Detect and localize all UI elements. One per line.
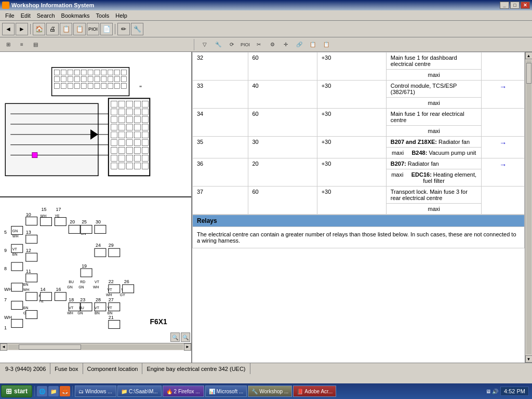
- status-location: Engine bay electrical centre 342 (UEC): [142, 363, 250, 374]
- scroll-up-btn[interactable]: ▲: [525, 52, 533, 59]
- taskbar-acrobat-btn[interactable]: 📕 Adobe Acr...: [293, 385, 336, 397]
- taskbar-firefox-btn[interactable]: 🔥 2 Firefox ...: [163, 385, 204, 397]
- svg-text:VT: VT: [12, 247, 18, 251]
- svg-text:1: 1: [4, 325, 7, 330]
- menu-file[interactable]: File: [2, 11, 18, 20]
- fuse-type: maxi: [386, 126, 482, 137]
- clock: 4:52 PM: [500, 387, 529, 396]
- taskbar-firefox-icon[interactable]: 🦊: [60, 386, 70, 396]
- close-button[interactable]: ✕: [521, 2, 530, 9]
- clip2-btn[interactable]: 📋: [320, 39, 332, 50]
- scroll-right-btn[interactable]: ►: [184, 343, 191, 351]
- relays-header: Relays: [192, 215, 525, 227]
- v-scroll-track[interactable]: [526, 60, 531, 354]
- svg-rect-104: [11, 319, 23, 327]
- h-scrollbar[interactable]: ◄ ►: [0, 343, 191, 350]
- table-row: 32 60 +30 Main fuse 1 for dashboard elec…: [193, 52, 525, 70]
- svg-text:WH: WH: [106, 293, 112, 297]
- maximize-button[interactable]: □: [510, 2, 520, 9]
- separator1: [30, 24, 31, 34]
- svg-text:21: 21: [109, 315, 114, 320]
- tray-volume-icon: 🔊: [492, 389, 498, 394]
- taskbar-workshop-btn[interactable]: 🔧 Workshop ...: [248, 385, 292, 397]
- minimize-button[interactable]: _: [500, 2, 509, 9]
- fuse-number: 36: [193, 158, 248, 187]
- refresh-btn[interactable]: ⟳: [225, 39, 238, 50]
- taskbar-saab-btn[interactable]: 📁 C:\Saab\M...: [117, 385, 162, 397]
- svg-text:14: 14: [41, 287, 46, 292]
- content-scroll-area[interactable]: 32 60 +30 Main fuse 1 for dashboard elec…: [192, 52, 525, 363]
- bookmark-button[interactable]: 📋: [73, 23, 86, 35]
- pioi-btn2[interactable]: PIOI: [239, 39, 251, 50]
- highlight-button[interactable]: ✏: [117, 23, 130, 35]
- fuse-number: 35: [193, 137, 248, 158]
- cut-btn[interactable]: ✂: [252, 39, 265, 50]
- table-row: 36 20 +30 B207: Radiator fan →: [193, 158, 525, 169]
- svg-text:13: 13: [26, 230, 31, 235]
- svg-text:GN: GN: [12, 229, 18, 233]
- svg-text:WH: WH: [93, 285, 99, 289]
- menu-tools[interactable]: Tools: [93, 11, 113, 20]
- page-button[interactable]: 📄: [100, 23, 113, 35]
- back-button[interactable]: ◄: [2, 23, 15, 35]
- table-row: 33 40 +30 Control module, TCS/ESP (382/6…: [193, 81, 525, 98]
- taskbar-folder-icon[interactable]: 📁: [48, 386, 59, 396]
- menu-help[interactable]: Help: [112, 11, 130, 20]
- svg-text:19: 19: [82, 263, 87, 269]
- taskbar-windows-btn[interactable]: 🗂 Windows ...: [75, 385, 116, 397]
- svg-text:25: 25: [82, 219, 87, 224]
- v-scrollbar[interactable]: ▲ ▼: [525, 52, 532, 363]
- clip1-btn[interactable]: 📋: [307, 39, 319, 50]
- status-bar: 9-3 (9440) 2006 Fuse box Component locat…: [0, 363, 532, 374]
- svg-rect-125: [41, 218, 52, 226]
- scroll-down-btn[interactable]: ▼: [525, 355, 533, 363]
- tools-button2[interactable]: 🔧: [131, 23, 143, 35]
- fuse-arrow[interactable]: →: [482, 137, 525, 158]
- plus-btn[interactable]: ✛: [280, 39, 292, 50]
- wrench-btn[interactable]: 🔧: [212, 39, 224, 50]
- svg-text:29: 29: [109, 243, 114, 248]
- home-button[interactable]: 🏠: [33, 23, 45, 35]
- gear-btn[interactable]: ⚙: [266, 39, 278, 50]
- fuse-voltage: +30: [317, 109, 386, 137]
- scroll-thumb[interactable]: [19, 344, 81, 350]
- view-btn1[interactable]: ⊞: [2, 39, 15, 50]
- svg-text:12: 12: [26, 248, 31, 253]
- main-area: 342 " 5 9 8: [0, 52, 532, 363]
- svg-text:GN: GN: [78, 285, 84, 289]
- fuse-arrow[interactable]: →: [482, 81, 525, 109]
- view-btn3[interactable]: ▤: [29, 39, 42, 50]
- filter-btn[interactable]: ▽: [198, 39, 211, 50]
- v-scroll-thumb[interactable]: [526, 63, 531, 84]
- zoom-in-button[interactable]: 🔍: [170, 332, 180, 342]
- svg-text:F6X1: F6X1: [150, 317, 167, 326]
- circuit-diagram: 342 ": [0, 52, 191, 196]
- start-button[interactable]: ⊞ start: [1, 385, 32, 397]
- svg-text:16: 16: [56, 287, 61, 292]
- link-btn[interactable]: 🔗: [293, 39, 305, 50]
- svg-text:7: 7: [4, 297, 7, 302]
- pioi-button[interactable]: PIOI: [87, 23, 99, 35]
- fuse-arrow[interactable]: →: [482, 158, 525, 187]
- menu-bookmarks[interactable]: Bookmarks: [58, 11, 93, 20]
- view-btn2[interactable]: ≡: [16, 39, 28, 50]
- menu-edit[interactable]: Edit: [18, 11, 34, 20]
- menu-search[interactable]: Search: [34, 11, 58, 20]
- svg-text:26: 26: [124, 279, 129, 284]
- svg-text:GN: GN: [77, 311, 83, 315]
- svg-text:BU: BU: [69, 280, 74, 284]
- fuse-arrow: [482, 52, 525, 81]
- print-button[interactable]: 🖨: [46, 23, 59, 35]
- window-controls: _ □ ✕: [500, 2, 530, 9]
- fuse-type: maxi EDC16: Heating element, fuel filter: [386, 169, 482, 187]
- copy-button[interactable]: 📋: [60, 23, 72, 35]
- taskbar-ms-btn[interactable]: 📊 Microsoft ...: [205, 385, 247, 397]
- scroll-track[interactable]: [8, 344, 183, 350]
- scroll-left-btn[interactable]: ◄: [0, 343, 7, 351]
- svg-text:BN: BN: [108, 311, 113, 315]
- forward-button[interactable]: ►: [16, 23, 28, 35]
- svg-rect-148: [81, 269, 92, 277]
- taskbar-ie-icon[interactable]: 🌐: [37, 386, 47, 396]
- fuse-desc: B207 and Z18XE: Radiator fan: [386, 137, 482, 148]
- zoom-out-button[interactable]: 🔍: [181, 332, 190, 342]
